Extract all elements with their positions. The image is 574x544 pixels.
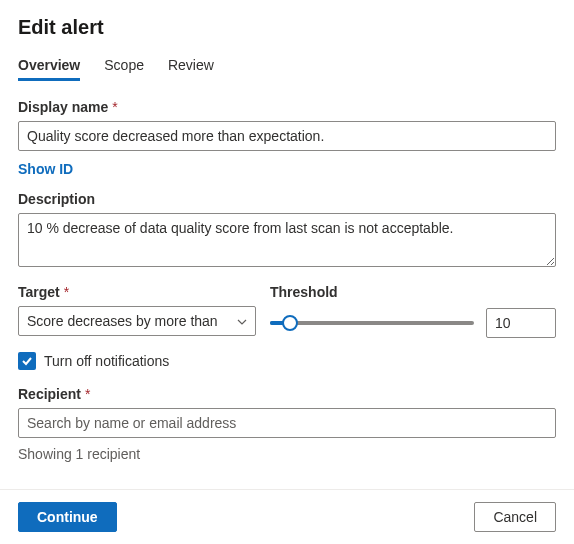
threshold-label: Threshold: [270, 284, 556, 300]
recipient-search-input[interactable]: [18, 408, 556, 438]
threshold-value-input[interactable]: [486, 308, 556, 338]
tab-overview[interactable]: Overview: [18, 53, 80, 81]
turn-off-notifications-checkbox[interactable]: [18, 352, 36, 370]
footer: Continue Cancel: [0, 489, 574, 544]
target-select[interactable]: [18, 306, 256, 336]
tab-scope[interactable]: Scope: [104, 53, 144, 81]
checkmark-icon: [21, 355, 33, 367]
description-label: Description: [18, 191, 556, 207]
continue-button[interactable]: Continue: [18, 502, 117, 532]
threshold-slider[interactable]: [270, 309, 474, 337]
display-name-label: Display name: [18, 99, 556, 115]
tabs: Overview Scope Review: [18, 53, 556, 81]
display-name-input[interactable]: [18, 121, 556, 151]
description-textarea[interactable]: 10 % decrease of data quality score from…: [18, 213, 556, 267]
page-title: Edit alert: [18, 16, 556, 39]
slider-track: [270, 321, 474, 325]
recipient-count-text: Showing 1 recipient: [18, 446, 556, 462]
cancel-button[interactable]: Cancel: [474, 502, 556, 532]
slider-thumb[interactable]: [282, 315, 298, 331]
turn-off-notifications-label: Turn off notifications: [44, 353, 169, 369]
show-id-link[interactable]: Show ID: [18, 161, 73, 177]
tab-review[interactable]: Review: [168, 53, 214, 81]
recipient-label: Recipient: [18, 386, 556, 402]
target-label: Target: [18, 284, 256, 300]
